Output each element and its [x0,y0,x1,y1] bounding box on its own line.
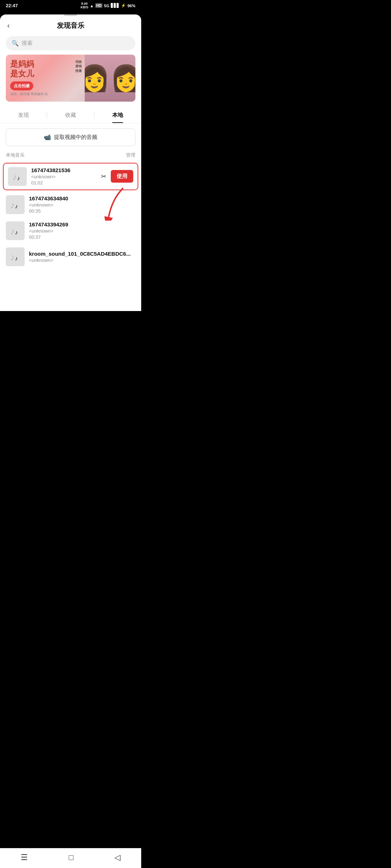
banner-cta-button[interactable]: 点击拍摄 [10,81,33,90]
music-actions-1: ✂ 使用 [101,170,133,183]
status-icons: 8.00 KB/S ▲ HD 5G ▋▋▋ ⚡ 96% [80,2,135,9]
signal-icon: ▋▋▋ [111,3,119,8]
search-icon: 🔍 [12,40,19,47]
page-header: ‹ 发现音乐 [0,16,141,34]
music-title-1: 1674743821536 [31,167,97,173]
music-artist-1: <unknown> [31,174,97,179]
section-title: 本地音乐 [6,152,25,158]
music-info-4: kroom_sound_101_0C8C5AD4EBDC6... <unknow… [29,251,135,263]
music-thumb-1: ♪ [8,167,27,186]
music-artist-4: <unknown> [29,258,135,263]
status-bar: 22:47 8.00 KB/S ▲ HD 5G ▋▋▋ ⚡ 96% [0,0,141,11]
tiktok-icon-2: ♪ [10,200,20,210]
battery-level: 96% [127,4,135,8]
wifi-icon: ▲ [90,4,94,8]
search-placeholder: 搜索 [22,40,33,47]
music-item-4[interactable]: ♪ kroom_sound_101_0C8C5AD4EBDC6... <unkn… [0,244,141,270]
bolt-icon: ⚡ [121,3,126,8]
music-thumb-3: ♪ [6,221,25,240]
music-thumb-2: ♪ [6,195,25,214]
music-info-1: 1674743821536 <unknown> 01:02 [31,167,97,186]
main-sheet: ‹ 发现音乐 🔍 搜索 是妈妈 词曲 唐钱 悟番 是女儿 点击拍摄 演唱：黄绮珊… [0,14,141,311]
music-item-3[interactable]: ♪ 1674743394269 <unknown> 00:37 [0,218,141,244]
music-title-4: kroom_sound_101_0C8C5AD4EBDC6... [29,251,135,257]
music-title-3: 1674743394269 [29,221,135,227]
search-bar[interactable]: 🔍 搜索 [6,36,135,50]
arrow-svg [101,184,130,221]
banner-subtitle: 演唱：黄绮珊 希林娜依·高 [10,92,80,97]
music-list: ♪ 1674743821536 <unknown> 01:02 ✂ 使用 [0,163,141,270]
page-title: 发现音乐 [57,21,84,30]
tiktok-icon-3: ♪ [10,226,20,236]
use-button-1[interactable]: 使用 [111,170,133,183]
tab-bar: 发现 收藏 本地 [0,107,141,123]
banner[interactable]: 是妈妈 词曲 唐钱 悟番 是女儿 点击拍摄 演唱：黄绮珊 希林娜依·高 👩‍👩 [6,55,135,102]
banner-title-line1: 是妈妈 词曲 唐钱 悟番 [10,59,80,69]
tiktok-icon-1: ♪ [12,171,22,182]
extract-audio-button[interactable]: 📹 提取视频中的音频 [6,128,135,146]
music-artist-3: <unknown> [29,228,135,234]
local-music-section-header: 本地音乐 管理 [0,150,141,161]
tab-favorites[interactable]: 收藏 [47,107,94,123]
music-duration-1: 01:02 [31,180,97,186]
banner-title-line2: 是女儿 [10,69,80,78]
scissors-icon-1[interactable]: ✂ [101,173,106,180]
extract-icon: 📹 [44,134,51,141]
banner-image: 👩‍👩 [85,55,135,102]
manage-button[interactable]: 管理 [126,152,135,158]
music-duration-3: 00:37 [29,234,135,240]
hd-badge: HD [95,3,102,8]
music-thumb-4: ♪ [6,247,25,266]
tab-local[interactable]: 本地 [94,107,141,123]
banner-text: 是妈妈 词曲 唐钱 悟番 是女儿 点击拍摄 演唱：黄绮珊 希林娜依·高 [6,55,85,102]
5g-icon: 5G [104,4,109,8]
tiktok-icon-4: ♪ [10,252,20,262]
tab-discover[interactable]: 发现 [0,107,47,123]
network-speed: 8.00 KB/S [80,2,88,9]
back-button[interactable]: ‹ [7,21,10,30]
extract-label: 提取视频中的音频 [54,134,97,141]
status-time: 22:47 [6,3,18,8]
music-info-3: 1674743394269 <unknown> 00:37 [29,221,135,240]
